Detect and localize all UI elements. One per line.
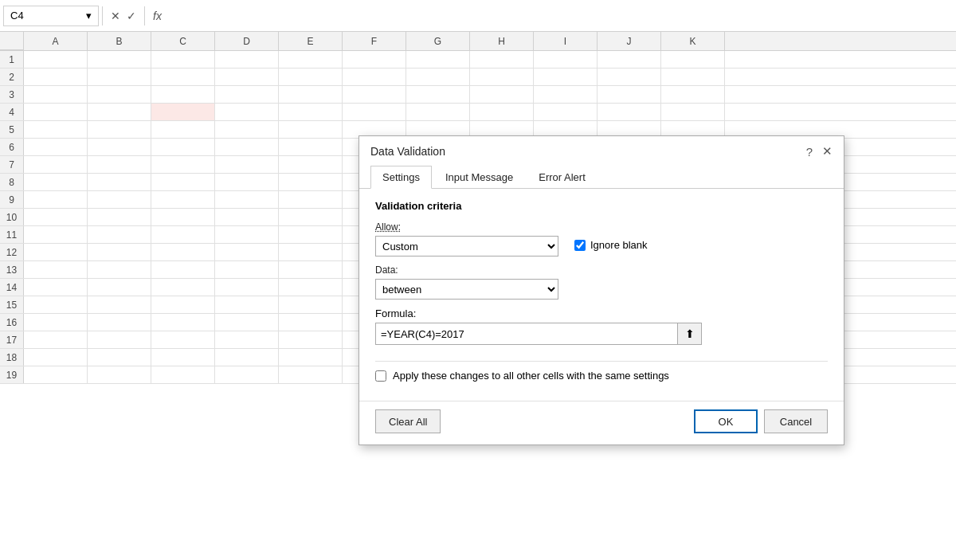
cell[interactable] <box>279 226 343 243</box>
cell[interactable] <box>661 51 725 68</box>
cell[interactable] <box>88 121 151 138</box>
cell[interactable] <box>24 209 88 225</box>
ok-button[interactable]: OK <box>694 409 758 433</box>
cell[interactable] <box>343 51 406 68</box>
cell[interactable] <box>151 121 215 138</box>
cell[interactable] <box>24 51 88 68</box>
cell[interactable] <box>661 69 725 85</box>
cell[interactable] <box>151 139 215 155</box>
cell[interactable] <box>88 261 151 278</box>
cell[interactable] <box>343 69 406 85</box>
cell[interactable] <box>88 314 151 331</box>
close-icon[interactable]: ✕ <box>822 144 833 159</box>
allow-select[interactable]: Any value Whole number Decimal List Date… <box>375 236 558 257</box>
cell[interactable] <box>151 191 215 208</box>
cell[interactable] <box>24 69 88 85</box>
cell[interactable] <box>151 156 215 173</box>
cell[interactable] <box>470 104 534 120</box>
formula-expand-button[interactable]: ⬆ <box>678 323 702 345</box>
cell[interactable] <box>661 86 725 103</box>
cell[interactable] <box>279 209 343 225</box>
cell[interactable] <box>598 69 661 85</box>
cell[interactable] <box>24 156 88 173</box>
cell[interactable] <box>598 51 661 68</box>
cell[interactable] <box>24 121 88 138</box>
cell[interactable] <box>151 261 215 278</box>
cell[interactable] <box>151 331 215 348</box>
cell[interactable] <box>88 156 151 173</box>
cell[interactable] <box>279 191 343 208</box>
cell[interactable] <box>24 191 88 208</box>
cell[interactable] <box>406 86 470 103</box>
tab-settings[interactable]: Settings <box>370 166 432 189</box>
cell[interactable] <box>215 279 279 296</box>
cell[interactable] <box>151 244 215 260</box>
help-icon[interactable]: ? <box>806 145 813 159</box>
cell[interactable] <box>406 69 470 85</box>
cell[interactable] <box>88 244 151 260</box>
cell[interactable] <box>88 279 151 296</box>
cancel-icon[interactable]: ✕ <box>111 10 120 22</box>
cell[interactable] <box>279 331 343 348</box>
cell[interactable] <box>215 296 279 313</box>
cell[interactable] <box>215 331 279 348</box>
cell[interactable] <box>88 86 151 103</box>
cell[interactable] <box>88 139 151 155</box>
cell[interactable] <box>534 51 598 68</box>
cell-c4[interactable] <box>151 104 215 120</box>
cell[interactable] <box>151 279 215 296</box>
cell[interactable] <box>279 51 343 68</box>
apply-checkbox[interactable] <box>375 370 386 382</box>
cancel-button[interactable]: Cancel <box>764 409 828 433</box>
cell[interactable] <box>343 86 406 103</box>
cell[interactable] <box>279 174 343 190</box>
cell[interactable] <box>151 69 215 85</box>
cell[interactable] <box>88 51 151 68</box>
cell[interactable] <box>215 349 279 366</box>
cell[interactable] <box>215 139 279 155</box>
cell[interactable] <box>215 174 279 190</box>
cell[interactable] <box>24 296 88 313</box>
cell[interactable] <box>151 366 215 383</box>
cell[interactable] <box>215 69 279 85</box>
cell[interactable] <box>279 261 343 278</box>
cell[interactable] <box>88 331 151 348</box>
cell[interactable] <box>24 279 88 296</box>
cell[interactable] <box>279 121 343 138</box>
cell[interactable] <box>279 279 343 296</box>
tab-error-alert[interactable]: Error Alert <box>527 166 598 189</box>
cell[interactable] <box>24 331 88 348</box>
cell[interactable] <box>215 191 279 208</box>
cell[interactable] <box>151 209 215 225</box>
cell[interactable] <box>88 174 151 190</box>
cell[interactable] <box>534 69 598 85</box>
cell[interactable] <box>24 244 88 260</box>
cell[interactable] <box>88 226 151 243</box>
cell[interactable] <box>279 104 343 120</box>
cell[interactable] <box>598 104 661 120</box>
cell[interactable] <box>151 226 215 243</box>
cell[interactable] <box>88 349 151 366</box>
name-box[interactable]: C4 ▾ <box>3 6 99 26</box>
data-select[interactable]: between not between equal to not equal t… <box>375 279 558 300</box>
cell[interactable] <box>215 121 279 138</box>
ignore-blank-checkbox[interactable] <box>574 240 586 251</box>
cell[interactable] <box>470 86 534 103</box>
cell[interactable] <box>215 244 279 260</box>
cell[interactable] <box>88 296 151 313</box>
cell[interactable] <box>24 261 88 278</box>
cell[interactable] <box>88 69 151 85</box>
cell[interactable] <box>24 226 88 243</box>
cell[interactable] <box>151 51 215 68</box>
cell[interactable] <box>279 314 343 331</box>
cell[interactable] <box>215 51 279 68</box>
confirm-icon[interactable]: ✓ <box>127 10 136 22</box>
cell[interactable] <box>215 366 279 383</box>
cell[interactable] <box>215 226 279 243</box>
cell[interactable] <box>598 86 661 103</box>
cell[interactable] <box>534 104 598 120</box>
cell[interactable] <box>279 349 343 366</box>
cell[interactable] <box>406 51 470 68</box>
cell[interactable] <box>215 156 279 173</box>
cell[interactable] <box>215 314 279 331</box>
